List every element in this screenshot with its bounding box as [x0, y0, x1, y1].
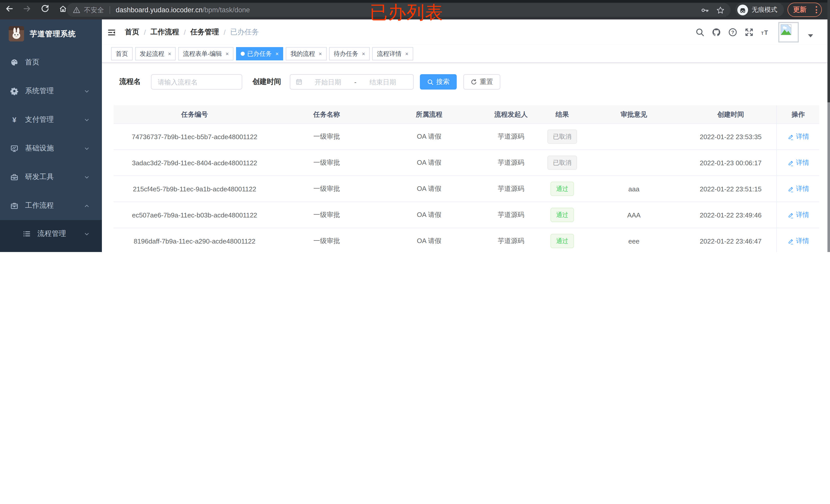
tabs-bar: 首页发起流程×流程表单-编辑×已办任务×我的流程×待办任务×流程详情× — [102, 45, 830, 63]
forward-icon[interactable] — [23, 5, 31, 13]
app-logo[interactable]: 芋道管理系统 — [0, 20, 102, 48]
sidebar-item-workflow[interactable]: 工作流程 — [0, 191, 102, 220]
update-browser-button[interactable]: 更新 — [788, 3, 822, 17]
tab-todo-tasks[interactable]: 待办任务× — [329, 47, 370, 60]
table-header-row: 任务编号任务名称所属流程流程发起人结果审批意见创建时间操作 — [114, 105, 819, 124]
app-title: 芋道管理系统 — [30, 29, 76, 39]
close-icon[interactable]: × — [276, 51, 279, 57]
cell: 芋道源码 — [480, 150, 542, 175]
window-scrollbar[interactable] — [827, 0, 830, 252]
fullscreen-icon[interactable] — [744, 28, 754, 37]
font-size-icon[interactable]: TT — [761, 28, 770, 37]
close-icon[interactable]: × — [362, 51, 365, 57]
search-button[interactable]: 搜索 — [420, 74, 457, 90]
breadcrumb-item[interactable]: 首页 — [125, 28, 139, 37]
cell: 2022-01-22 23:46:47 — [685, 228, 776, 252]
cell — [583, 150, 685, 175]
edit-icon — [787, 159, 794, 166]
detail-link[interactable]: 详情 — [787, 236, 809, 246]
svg-text:T: T — [761, 31, 764, 36]
tab-my-process[interactable]: 我的流程× — [286, 47, 327, 60]
sidebar-item-label: 流程管理 — [37, 229, 66, 238]
cell: AAA — [583, 202, 685, 228]
search-icon[interactable] — [695, 28, 705, 37]
tab-process-detail[interactable]: 流程详情× — [372, 47, 413, 60]
page-annotation: 已办列表 — [370, 1, 443, 25]
sidebar-item-label: 系统管理 — [25, 87, 54, 96]
cell: eee — [583, 228, 685, 252]
cell: 8196daff-7b9a-11ec-a290-acde48001122 — [114, 228, 276, 252]
cell: 详情 — [776, 124, 820, 149]
edit-icon — [787, 238, 794, 244]
close-icon[interactable]: × — [405, 51, 408, 57]
cell: OA 请假 — [378, 228, 480, 252]
cell: 芋道源码 — [480, 176, 542, 202]
avatar-caret-icon[interactable] — [808, 34, 813, 37]
sidebar-item-payment[interactable]: ¥支付管理 — [0, 105, 102, 134]
breadcrumb-separator: / — [224, 28, 226, 36]
cell — [583, 124, 685, 149]
start-date-input[interactable] — [302, 77, 353, 86]
refresh-icon — [471, 78, 477, 85]
scrollbar-thumb[interactable] — [827, 102, 830, 252]
cell: 芋道源码 — [480, 228, 542, 252]
sidebar-item-system[interactable]: 系统管理 — [0, 77, 102, 105]
sidebar-item-label: 工作流程 — [25, 201, 54, 210]
date-range-picker[interactable]: - — [290, 74, 414, 90]
sidebar-collapse-icon[interactable] — [107, 28, 116, 36]
cell: 2022-01-22 23:53:35 — [685, 124, 776, 149]
bookmark-star-icon[interactable] — [716, 6, 725, 14]
end-date-input[interactable] — [357, 77, 408, 86]
reload-icon[interactable] — [41, 5, 49, 13]
reset-button[interactable]: 重置 — [464, 74, 500, 90]
close-icon[interactable]: × — [226, 51, 229, 57]
cell: OA 请假 — [378, 202, 480, 228]
sidebar-item-process-mgmt[interactable]: 流程管理 — [0, 220, 102, 248]
cell: 3adac3d2-7b9d-11ec-8404-acde48001122 — [114, 150, 276, 175]
detail-link[interactable]: 详情 — [787, 158, 809, 167]
tab-home[interactable]: 首页 — [111, 47, 133, 60]
tab-label: 首页 — [116, 49, 128, 58]
process-name-label: 流程名 — [119, 77, 141, 87]
logo-rabbit-icon — [9, 26, 24, 41]
cell: 一级审批 — [276, 228, 378, 252]
column-header: 流程发起人 — [480, 105, 542, 123]
svg-text:T: T — [764, 29, 768, 36]
help-icon[interactable]: ? — [728, 28, 737, 37]
tab-form-edit[interactable]: 流程表单-编辑× — [179, 47, 233, 60]
sidebar-menu: 首页系统管理¥支付管理基础设施研发工具工作流程流程管理任务管理我的流程待办任务已… — [0, 48, 102, 252]
breadcrumb-item[interactable]: 工作流程 — [151, 28, 179, 37]
sidebar-item-home[interactable]: 首页 — [0, 48, 102, 77]
cell: 2022-01-22 23:51:15 — [685, 176, 776, 202]
process-name-input[interactable] — [151, 74, 242, 90]
cell: 详情 — [776, 202, 820, 228]
cell: 通过 — [542, 176, 583, 202]
home-icon[interactable] — [59, 5, 67, 13]
back-icon[interactable] — [5, 5, 13, 13]
breadcrumb-item[interactable]: 任务管理 — [190, 28, 219, 37]
result-badge: 已取消 — [547, 130, 577, 144]
tab-start-process[interactable]: 发起流程× — [135, 47, 176, 60]
sidebar-item-task-mgmt[interactable]: 任务管理 — [0, 248, 102, 252]
close-icon[interactable]: × — [319, 51, 322, 57]
cell: 通过 — [542, 202, 583, 228]
detail-link[interactable]: 详情 — [787, 184, 809, 193]
cell: 74736737-7b9b-11ec-b5b7-acde48001122 — [114, 124, 276, 149]
github-icon[interactable] — [712, 28, 721, 37]
sidebar-item-label: 首页 — [25, 58, 39, 67]
browser-menu-icon[interactable] — [816, 6, 817, 13]
detail-link[interactable]: 详情 — [787, 132, 809, 141]
sidebar-item-devtools[interactable]: 研发工具 — [0, 163, 102, 191]
gear-icon — [10, 87, 19, 95]
chevron-up-icon — [84, 203, 90, 208]
detail-link[interactable]: 详情 — [787, 210, 809, 220]
date-range-separator: - — [353, 78, 358, 86]
tab-label: 发起流程 — [140, 49, 164, 58]
cell: 2022-01-22 23:49:46 — [685, 202, 776, 228]
close-icon[interactable]: × — [168, 51, 171, 57]
sidebar-item-label: 支付管理 — [25, 115, 54, 124]
tab-done-tasks[interactable]: 已办任务× — [236, 47, 283, 60]
sidebar-item-infra[interactable]: 基础设施 — [0, 134, 102, 163]
avatar[interactable] — [778, 22, 799, 42]
password-key-icon[interactable] — [701, 6, 709, 14]
